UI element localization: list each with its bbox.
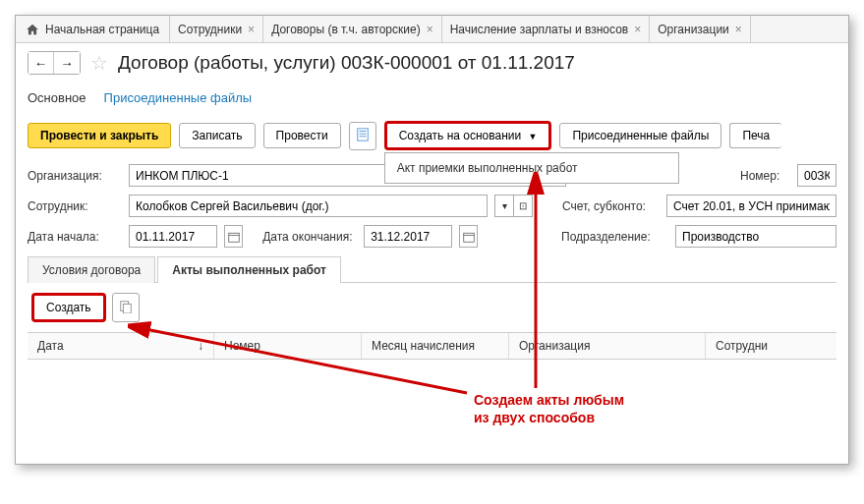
employee-input[interactable]: [129, 195, 488, 217]
acts-toolbar: Создать: [28, 283, 836, 332]
grid-col-org[interactable]: Организация: [509, 333, 706, 359]
tab-payroll[interactable]: Начисление зарплаты и взносов ×: [442, 16, 651, 42]
nav-forward-button[interactable]: →: [54, 52, 80, 74]
grid-body[interactable]: [28, 360, 836, 458]
home-icon: [26, 23, 39, 36]
inner-tab-conditions[interactable]: Условия договора: [28, 256, 155, 283]
create-act-button[interactable]: Создать: [31, 293, 106, 322]
sort-arrow-icon: ↓: [198, 339, 203, 353]
tab-contracts[interactable]: Договоры (в т.ч. авторские) ×: [263, 16, 442, 42]
svg-rect-4: [228, 233, 239, 242]
grid-col-employee[interactable]: Сотрудни: [706, 333, 836, 359]
print-button[interactable]: Печа: [729, 123, 781, 148]
section-tabs: Основное Присоединенные файлы: [16, 83, 848, 113]
end-date-input[interactable]: [364, 225, 452, 248]
section-tab-attached[interactable]: Присоединенные файлы: [104, 86, 253, 109]
create-based-on-button[interactable]: Создать на основании ▼: [384, 121, 552, 150]
document-icon: [356, 128, 370, 141]
chevron-down-icon: ▼: [529, 132, 538, 141]
calendar-icon[interactable]: [224, 225, 243, 248]
post-and-close-button[interactable]: Провести и закрыть: [28, 123, 171, 148]
inner-tabs: Условия договора Акты выполненных работ: [28, 255, 836, 283]
save-button[interactable]: Записать: [179, 123, 255, 148]
close-icon[interactable]: ×: [427, 23, 433, 36]
grid-col-month[interactable]: Месяц начисления: [362, 333, 509, 359]
org-label: Организация:: [28, 169, 121, 183]
report-icon-button[interactable]: [349, 122, 376, 150]
start-date-input[interactable]: [129, 225, 217, 248]
grid-col-number[interactable]: Номер: [214, 333, 362, 359]
tab-organizations[interactable]: Организации ×: [650, 16, 751, 42]
division-input[interactable]: [675, 225, 836, 248]
grid-col-date[interactable]: Дата ↓: [28, 333, 214, 359]
copy-icon: [119, 300, 133, 313]
number-input[interactable]: [797, 164, 836, 187]
svg-rect-0: [357, 128, 368, 140]
tab-home[interactable]: Начальная страница: [16, 16, 170, 42]
account-label: Счет, субконто:: [562, 199, 659, 213]
tab-employees[interactable]: Сотрудники ×: [170, 16, 263, 42]
top-tabs-bar: Начальная страница Сотрудники × Договоры…: [16, 16, 848, 43]
inner-tab-acts[interactable]: Акты выполненных работ: [157, 256, 341, 283]
create-based-dropdown: Акт приемки выполненных работ: [384, 152, 680, 184]
calendar-icon[interactable]: [459, 225, 478, 248]
post-button[interactable]: Провести: [263, 123, 341, 148]
dropdown-item-act[interactable]: Акт приемки выполненных работ: [397, 161, 667, 175]
division-label: Подразделение:: [561, 230, 667, 244]
svg-rect-6: [464, 233, 475, 242]
employee-label: Сотрудник:: [28, 199, 121, 213]
close-icon[interactable]: ×: [248, 23, 255, 36]
close-icon[interactable]: ×: [634, 23, 641, 36]
copy-icon-button[interactable]: [112, 293, 140, 322]
grid-header: Дата ↓ Номер Месяц начисления Организаци…: [28, 332, 836, 360]
nav-back-button[interactable]: ←: [29, 52, 54, 74]
favorite-star-icon[interactable]: ☆: [90, 51, 108, 75]
account-input[interactable]: [666, 195, 836, 217]
dropdown-arrow-icon[interactable]: ▾: [494, 195, 514, 217]
close-icon[interactable]: ×: [735, 23, 742, 36]
main-toolbar: Провести и закрыть Записать Провести Соз…: [16, 113, 848, 158]
open-selection-icon[interactable]: ⊡: [513, 195, 533, 217]
form-area: Организация: Номер: Сотрудник: ▾ ⊡ Счет,…: [16, 158, 848, 464]
tab-home-label: Начальная страница: [45, 23, 159, 36]
start-date-label: Дата начала:: [28, 230, 121, 244]
attached-files-button[interactable]: Присоединенные файлы: [559, 123, 721, 148]
section-tab-main[interactable]: Основное: [28, 86, 86, 109]
nav-buttons: ← →: [28, 51, 81, 75]
number-label: Номер:: [740, 169, 789, 183]
svg-rect-9: [123, 304, 131, 313]
end-date-label: Дата окончания:: [262, 230, 356, 244]
title-bar: ← → ☆ Договор (работы, услуги) 00ЗК-0000…: [16, 43, 848, 83]
page-title: Договор (работы, услуги) 00ЗК-000001 от …: [118, 52, 575, 74]
